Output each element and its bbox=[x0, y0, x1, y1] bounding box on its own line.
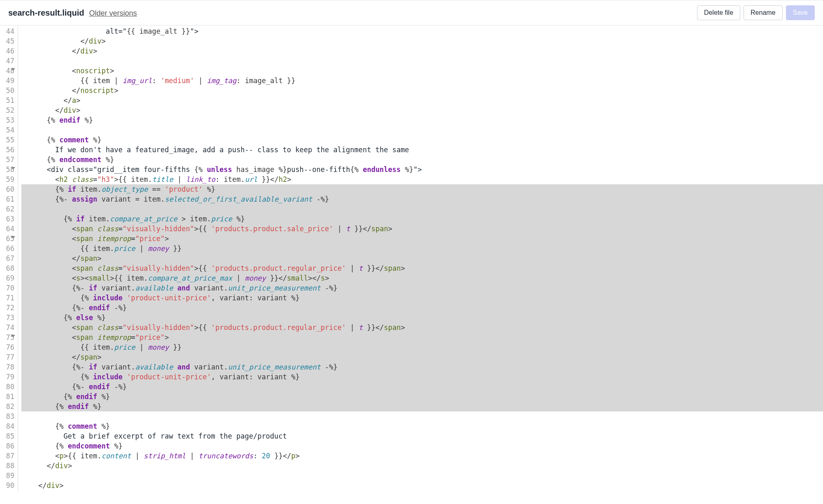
fold-marker-icon[interactable] bbox=[11, 236, 15, 239]
line-number: 87 bbox=[2, 451, 14, 461]
line-number: 53 bbox=[2, 115, 14, 125]
line-number: 86 bbox=[2, 441, 14, 451]
editor-header: search-result.liquid Older versions Dele… bbox=[0, 0, 823, 26]
code-line[interactable]: {{ item.price | money }} bbox=[21, 342, 823, 352]
code-line[interactable] bbox=[21, 204, 823, 214]
code-line[interactable]: {% endif %} bbox=[21, 115, 823, 125]
fold-marker-icon[interactable] bbox=[11, 335, 15, 337]
code-line[interactable]: <span itemprop="price"> bbox=[21, 234, 823, 244]
line-number: 81 bbox=[2, 392, 14, 402]
code-line[interactable]: </a> bbox=[21, 95, 823, 105]
code-line[interactable]: <s><small>{{ item.compare_at_price_max |… bbox=[21, 273, 823, 283]
code-line[interactable]: </div> bbox=[21, 481, 823, 490]
code-line[interactable]: </span> bbox=[21, 253, 823, 263]
code-content[interactable]: alt="{{ image_alt }}"> </div> </div> <no… bbox=[18, 26, 823, 491]
code-line[interactable]: <noscript> bbox=[21, 66, 823, 76]
line-number: 72 bbox=[2, 303, 14, 313]
code-line[interactable]: {% endcomment %} bbox=[21, 441, 823, 451]
code-line[interactable]: {% comment %} bbox=[21, 135, 823, 145]
line-number: 49 bbox=[2, 76, 14, 86]
save-button[interactable]: Save bbox=[786, 5, 815, 20]
code-line[interactable]: </span> bbox=[21, 352, 823, 362]
header-actions: Delete file Rename Save bbox=[697, 5, 815, 20]
line-number: 67 bbox=[2, 253, 14, 263]
code-line[interactable]: {% if item.object_type == 'product' %} bbox=[21, 184, 823, 194]
line-number: 44 bbox=[2, 26, 14, 36]
code-line[interactable]: <p>{{ item.content | strip_html | trunca… bbox=[21, 451, 823, 461]
code-line[interactable]: <span class="visually-hidden">{{ 'produc… bbox=[21, 323, 823, 332]
code-line[interactable] bbox=[21, 56, 823, 66]
code-line[interactable]: alt="{{ image_alt }}"> bbox=[21, 26, 823, 36]
line-number: 54 bbox=[2, 125, 14, 135]
line-number: 85 bbox=[2, 431, 14, 441]
line-number-gutter: 4445464748495051525354555657585960616263… bbox=[0, 26, 18, 491]
line-number: 75 bbox=[2, 332, 14, 342]
line-number: 55 bbox=[2, 135, 14, 145]
code-editor[interactable]: 4445464748495051525354555657585960616263… bbox=[0, 26, 823, 491]
code-line[interactable]: {{ item | img_url: 'medium' | img_tag: i… bbox=[21, 76, 823, 86]
line-number: 70 bbox=[2, 283, 14, 293]
code-line[interactable]: {%- if variant.available and variant.uni… bbox=[21, 362, 823, 372]
line-number: 77 bbox=[2, 352, 14, 362]
line-number: 50 bbox=[2, 86, 14, 95]
code-line[interactable]: {%- endif -%} bbox=[21, 382, 823, 392]
code-line[interactable]: </div> bbox=[21, 36, 823, 46]
older-versions-link[interactable]: Older versions bbox=[89, 9, 137, 18]
code-line[interactable]: {% else %} bbox=[21, 313, 823, 323]
line-number: 71 bbox=[2, 293, 14, 303]
line-number: 51 bbox=[2, 95, 14, 105]
code-line[interactable]: {% if item.compare_at_price > item.price… bbox=[21, 214, 823, 224]
code-line[interactable]: If we don't have a featured_image, add a… bbox=[21, 145, 823, 155]
line-number: 52 bbox=[2, 105, 14, 115]
code-line[interactable]: <span itemprop="price"> bbox=[21, 332, 823, 342]
code-line[interactable]: <div class="grid__item four-fifths {% un… bbox=[21, 165, 823, 174]
line-number: 63 bbox=[2, 214, 14, 224]
code-line[interactable]: {% endif %} bbox=[21, 392, 823, 402]
line-number: 45 bbox=[2, 36, 14, 46]
code-line[interactable]: {% endif %} bbox=[21, 402, 823, 411]
rename-button[interactable]: Rename bbox=[744, 5, 782, 20]
code-line[interactable]: {% endcomment %} bbox=[21, 155, 823, 165]
line-number: 59 bbox=[2, 174, 14, 184]
code-line[interactable]: </div> bbox=[21, 105, 823, 115]
code-line[interactable]: <span class="visually-hidden">{{ 'produc… bbox=[21, 224, 823, 234]
line-number: 74 bbox=[2, 323, 14, 332]
line-number: 80 bbox=[2, 382, 14, 392]
code-line[interactable]: </noscript> bbox=[21, 86, 823, 95]
line-number: 46 bbox=[2, 46, 14, 56]
code-line[interactable]: {% include 'product-unit-price', variant… bbox=[21, 372, 823, 382]
code-line[interactable]: </div> bbox=[21, 461, 823, 471]
line-number: 62 bbox=[2, 204, 14, 214]
delete-file-button[interactable]: Delete file bbox=[697, 5, 740, 20]
code-line[interactable] bbox=[21, 471, 823, 481]
line-number: 84 bbox=[2, 421, 14, 431]
code-line[interactable]: <h2 class="h3">{{ item.title | link_to: … bbox=[21, 174, 823, 184]
code-line[interactable]: {%- if variant.available and variant.uni… bbox=[21, 283, 823, 293]
fold-marker-icon[interactable] bbox=[11, 167, 15, 170]
line-number: 61 bbox=[2, 194, 14, 204]
code-line[interactable]: {% include 'product-unit-price', variant… bbox=[21, 293, 823, 303]
file-name: search-result.liquid bbox=[8, 8, 84, 18]
code-line[interactable]: {{ item.price | money }} bbox=[21, 244, 823, 253]
code-line[interactable]: Get a brief excerpt of raw text from the… bbox=[21, 431, 823, 441]
line-number: 83 bbox=[2, 411, 14, 421]
line-number: 56 bbox=[2, 145, 14, 155]
line-number: 64 bbox=[2, 224, 14, 234]
code-line[interactable] bbox=[21, 125, 823, 135]
line-number: 82 bbox=[2, 402, 14, 411]
code-line[interactable] bbox=[21, 411, 823, 421]
line-number: 88 bbox=[2, 461, 14, 471]
fold-marker-icon[interactable] bbox=[11, 68, 15, 71]
line-number: 79 bbox=[2, 372, 14, 382]
line-number: 78 bbox=[2, 362, 14, 372]
line-number: 89 bbox=[2, 471, 14, 481]
line-number: 73 bbox=[2, 313, 14, 323]
line-number: 60 bbox=[2, 184, 14, 194]
code-line[interactable]: {%- assign variant = item.selected_or_fi… bbox=[21, 194, 823, 204]
code-line[interactable]: </div> bbox=[21, 46, 823, 56]
code-line[interactable]: {% comment %} bbox=[21, 421, 823, 431]
line-number: 65 bbox=[2, 234, 14, 244]
code-line[interactable]: {%- endif -%} bbox=[21, 303, 823, 313]
line-number: 57 bbox=[2, 155, 14, 165]
code-line[interactable]: <span class="visually-hidden">{{ 'produc… bbox=[21, 263, 823, 273]
